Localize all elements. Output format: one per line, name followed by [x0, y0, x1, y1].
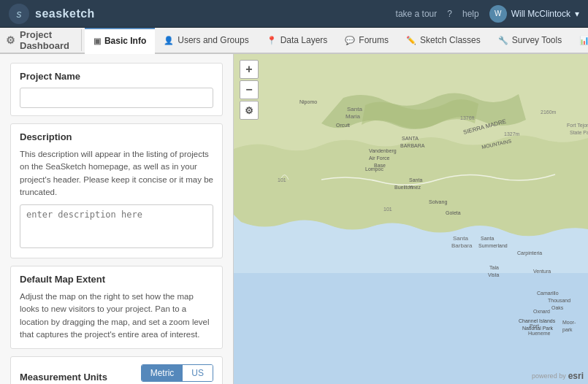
tab-basic-info-label: Basic Info: [104, 36, 146, 46]
zoom-out-button[interactable]: −: [240, 80, 259, 99]
svg-text:Thousand: Thousand: [548, 298, 570, 303]
svg-text:Moor-: Moor-: [562, 320, 576, 325]
basic-info-icon: ▣: [93, 37, 101, 46]
users-groups-icon: 👤: [164, 36, 174, 45]
project-name-label: Project Name: [20, 71, 213, 82]
user-name: Will McClintock: [511, 9, 570, 19]
svg-text:Tala: Tala: [489, 265, 499, 270]
dashboard-title-area: ⚙ Project Dashboard: [6, 29, 82, 51]
svg-text:Hueneme: Hueneme: [528, 331, 550, 336]
description-section: Description This description will appear…: [10, 123, 223, 258]
tab-forums[interactable]: 💬 Forums: [336, 28, 397, 54]
svg-text:Ventura: Ventura: [533, 269, 551, 274]
svg-text:1327m: 1327m: [504, 131, 520, 137]
svg-text:Santa: Santa: [481, 236, 494, 241]
data-layers-icon: 📍: [267, 36, 277, 45]
tab-survey-tools-label: Survey Tools: [512, 35, 562, 45]
description-textarea[interactable]: [20, 204, 213, 248]
esri-badge: powered by esri: [532, 371, 584, 381]
logo-text: seasketch: [35, 7, 95, 20]
forums-icon: 💬: [345, 36, 355, 45]
sketch-classes-icon: ✏️: [406, 36, 416, 45]
svg-text:Goleta: Goleta: [446, 210, 461, 215]
help-icon: ?: [447, 9, 452, 19]
svg-text:BARBARA: BARBARA: [400, 143, 425, 148]
user-menu[interactable]: W Will McClintock ▾: [489, 5, 579, 23]
svg-text:Barbara: Barbara: [451, 242, 473, 249]
logo-area: s seasketch: [9, 4, 95, 24]
svg-text:Oaks: Oaks: [551, 305, 564, 310]
measurement-units-section: Measurement Units Metric US You can choo…: [10, 356, 223, 384]
svg-text:2160m: 2160m: [541, 110, 557, 115]
svg-text:Carpinteria: Carpinteria: [517, 250, 542, 256]
svg-text:Oxnard: Oxnard: [533, 309, 550, 314]
project-name-section: Project Name: [10, 63, 223, 116]
map-area[interactable]: SIERRA MADRE MOUNTAINS SANTA BARBARA Lom…: [234, 54, 588, 384]
units-metric-button[interactable]: Metric: [142, 365, 183, 381]
svg-text:Nipomo: Nipomo: [299, 99, 317, 105]
units-toggle: Metric US: [141, 364, 213, 382]
svg-text:Santa: Santa: [453, 235, 468, 242]
tab-data-layers-label: Data Layers: [280, 35, 328, 45]
sub-nav: ⚙ Project Dashboard ▣ Basic Info 👤 Users…: [0, 28, 588, 54]
svg-text:Orcutt: Orcutt: [336, 123, 350, 128]
take-tour-link[interactable]: take a tour: [396, 9, 438, 19]
survey-tools-icon: 🔧: [498, 36, 508, 45]
tab-sketch-classes-label: Sketch Classes: [420, 35, 481, 45]
zoom-in-button[interactable]: +: [240, 60, 259, 79]
tab-survey-tools[interactable]: 🔧 Survey Tools: [489, 28, 570, 54]
help-link[interactable]: help: [462, 9, 479, 19]
svg-text:Air Force: Air Force: [369, 155, 390, 161]
tab-data-layers[interactable]: 📍 Data Layers: [258, 28, 337, 54]
measurement-units-label: Measurement Units: [20, 372, 107, 383]
avatar: W: [489, 5, 507, 23]
dashboard-title: Project Dashboard: [20, 29, 69, 51]
svg-text:Ynez: Ynez: [409, 185, 421, 190]
tab-sketch-classes[interactable]: ✏️ Sketch Classes: [397, 28, 489, 54]
svg-text:Fort Tejon: Fort Tejon: [567, 123, 588, 128]
svg-text:101: 101: [278, 177, 286, 183]
tab-use-metrics[interactable]: 📊 Use Metrics: [570, 28, 588, 54]
svg-text:Camarillo: Camarillo: [537, 291, 559, 296]
main-content: Project Name Description This descriptio…: [0, 54, 588, 384]
units-us-button[interactable]: US: [183, 365, 213, 381]
svg-text:park: park: [562, 327, 573, 333]
svg-text:Base: Base: [374, 163, 386, 168]
tab-users-groups-label: Users and Groups: [177, 35, 248, 45]
description-help-text: This description will appear in the list…: [20, 148, 213, 199]
esri-logo: esri: [568, 371, 584, 381]
svg-text:Santa: Santa: [347, 106, 362, 112]
tab-forums-label: Forums: [359, 35, 389, 45]
svg-text:101: 101: [383, 207, 392, 212]
project-name-input[interactable]: [20, 88, 213, 108]
nav-right: take a tour ? help W Will McClintock ▾: [396, 5, 579, 23]
gear-icon: ⚙: [6, 34, 15, 46]
svg-text:Solvang: Solvang: [429, 199, 447, 205]
svg-text:National Park: National Park: [522, 326, 554, 331]
svg-text:1376ft: 1376ft: [460, 115, 475, 120]
svg-text:Channel Islands: Channel Islands: [519, 318, 556, 323]
use-metrics-icon: 📊: [579, 36, 588, 45]
map-controls: + − ⚙: [240, 60, 259, 120]
svg-text:SANTA: SANTA: [402, 136, 419, 141]
svg-text:Vandenberg: Vandenberg: [369, 148, 397, 154]
map-extent-section: Default Map Extent Adjust the map on the…: [10, 266, 223, 349]
user-dropdown-icon: ▾: [575, 9, 579, 19]
left-panel: Project Name Description This descriptio…: [0, 54, 234, 384]
tab-basic-info[interactable]: ▣ Basic Info: [85, 28, 155, 54]
map-svg: SIERRA MADRE MOUNTAINS SANTA BARBARA Lom…: [234, 54, 588, 384]
tab-users-groups[interactable]: 👤 Users and Groups: [155, 28, 257, 54]
seasketch-logo-icon: s: [9, 4, 29, 24]
map-extent-label: Default Map Extent: [20, 274, 213, 285]
description-label: Description: [20, 131, 213, 142]
svg-text:Summerland: Summerland: [478, 243, 508, 248]
svg-text:State Park: State Park: [570, 130, 588, 135]
svg-text:Maria: Maria: [345, 113, 361, 120]
powered-by-text: powered by: [532, 372, 566, 380]
svg-text:Santa: Santa: [409, 177, 422, 183]
top-nav: s seasketch take a tour ? help W Will Mc…: [0, 0, 588, 28]
map-extent-help-text: Adjust the map on the right to set how t…: [20, 291, 213, 341]
svg-text:Vista: Vista: [488, 272, 500, 277]
map-tool-button[interactable]: ⚙: [240, 101, 259, 120]
